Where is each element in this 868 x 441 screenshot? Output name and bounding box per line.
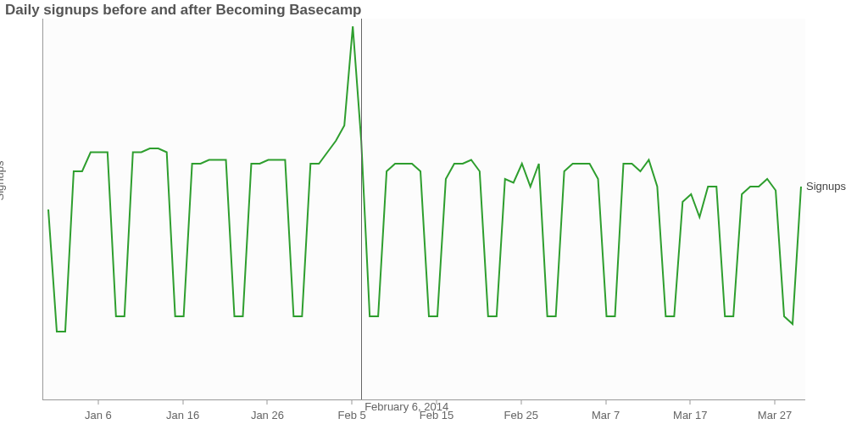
x-tick-label: Mar 17 <box>673 409 707 421</box>
x-tick-label: Mar 7 <box>592 409 620 421</box>
x-tick-mark <box>97 400 98 405</box>
x-tick-label: Jan 6 <box>85 409 112 421</box>
x-tick-mark <box>775 400 776 405</box>
x-tick-label: Feb 25 <box>504 409 537 421</box>
chart-container: Daily signups before and after Becoming … <box>0 0 868 441</box>
x-tick-label: Feb 15 <box>420 409 453 421</box>
line-series-svg <box>43 19 806 400</box>
plot-area: February 6, 2014 Signups <box>42 19 805 400</box>
x-tick-mark <box>182 400 183 405</box>
x-tick-label: Feb 5 <box>338 409 366 421</box>
signups-line <box>48 26 801 332</box>
chart-title: Daily signups before and after Becoming … <box>5 2 361 19</box>
series-end-label: Signups <box>806 180 846 193</box>
x-axis-ticks: Jan 6Jan 16Jan 26Feb 5Feb 15Feb 25Mar 7M… <box>42 409 805 426</box>
y-axis-label: Signups <box>0 161 6 201</box>
x-tick-label: Jan 16 <box>166 409 199 421</box>
x-tick-label: Mar 27 <box>758 409 792 421</box>
x-tick-mark <box>352 400 353 405</box>
x-tick-mark <box>520 400 521 405</box>
x-tick-label: Jan 26 <box>251 409 284 421</box>
annotation-vertical-line <box>361 19 362 399</box>
x-tick-mark <box>605 400 606 405</box>
x-tick-mark <box>436 400 437 405</box>
x-tick-mark <box>690 400 691 405</box>
x-tick-mark <box>267 400 268 405</box>
